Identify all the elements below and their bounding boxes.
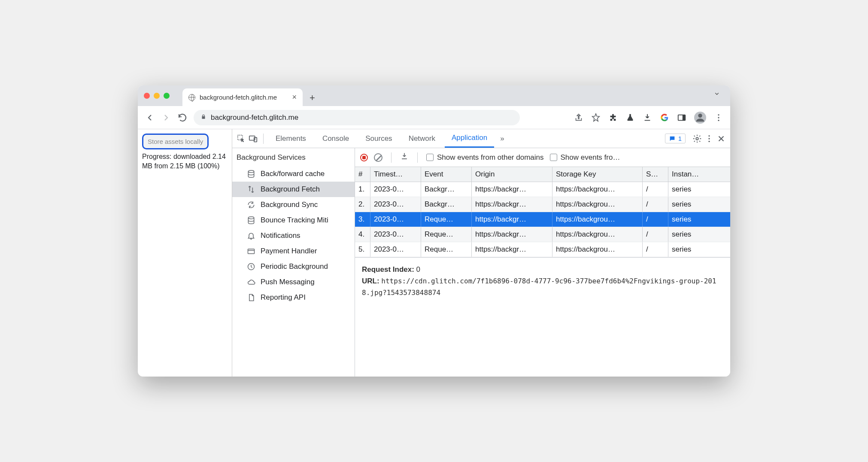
reload-button[interactable]: [177, 112, 188, 123]
col-storage-key[interactable]: Storage Key: [552, 167, 643, 182]
kebab-menu-icon[interactable]: [704, 134, 714, 143]
database-icon: [247, 170, 255, 178]
lock-icon: [200, 113, 206, 122]
table-row[interactable]: 1.2023-0…Backgr…https://backgr…https://b…: [355, 182, 730, 197]
table-row[interactable]: 5.2023-0…Reque…https://backgr…https://ba…: [355, 242, 730, 257]
svg-point-13: [248, 170, 254, 173]
tabs-overflow[interactable]: »: [497, 130, 507, 147]
sidebar-item[interactable]: Push Messaging: [232, 274, 355, 290]
devtools-panel: Elements Console Sources Network Applica…: [232, 129, 730, 377]
devtools-body: Background Services Back/forward cacheBa…: [232, 148, 730, 377]
browser-toolbar-icons: [574, 112, 723, 124]
inspect-icon[interactable]: [237, 134, 246, 143]
cell-scope: /: [643, 212, 668, 227]
show-events-other-domains-checkbox[interactable]: Show events from other domains: [426, 153, 544, 162]
clear-button[interactable]: [374, 153, 382, 162]
flask-icon[interactable]: [625, 113, 635, 122]
cell-event: Reque…: [421, 212, 472, 227]
sidebar-item-label: Notifications: [261, 231, 300, 240]
tab-sources[interactable]: Sources: [358, 130, 399, 147]
titlebar: background-fetch.glitch.me × +: [138, 85, 730, 106]
globe-icon: [188, 94, 195, 101]
sidebar-item[interactable]: Payment Handler: [232, 243, 355, 259]
tab-title: background-fetch.glitch.me: [200, 94, 277, 101]
new-tab-button[interactable]: +: [310, 92, 315, 106]
sidebar-item[interactable]: Background Sync: [232, 197, 355, 213]
cell-storage-key: https://backgrou…: [552, 197, 643, 212]
tab-network[interactable]: Network: [402, 130, 442, 147]
sidebar-item-label: Back/forward cache: [261, 170, 325, 178]
cell-storage-key: https://backgrou…: [552, 227, 643, 242]
bell-icon: [247, 231, 255, 240]
database-icon: [247, 216, 255, 225]
page-content: Store assets locally Progress: downloade…: [138, 129, 232, 377]
close-tab-button[interactable]: ×: [292, 93, 297, 102]
store-assets-button[interactable]: Store assets locally: [142, 134, 209, 149]
address-bar: background-fetch.glitch.me: [138, 106, 730, 129]
svg-point-2: [698, 113, 702, 117]
device-mode-icon[interactable]: [249, 134, 258, 143]
svg-point-3: [718, 114, 719, 115]
col-index[interactable]: #: [355, 167, 370, 182]
table-row[interactable]: 2.2023-0…Backgr…https://backgr…https://b…: [355, 197, 730, 212]
col-scope[interactable]: S…: [643, 167, 668, 182]
col-origin[interactable]: Origin: [472, 167, 552, 182]
save-events-icon[interactable]: [400, 152, 409, 163]
table-row[interactable]: 4.2023-0…Reque…https://backgr…https://ba…: [355, 227, 730, 242]
tab-application[interactable]: Application: [445, 129, 494, 148]
cell-instance: series: [668, 227, 730, 242]
close-devtools-icon[interactable]: [716, 134, 726, 143]
google-icon[interactable]: [660, 113, 669, 122]
extensions-icon[interactable]: [608, 113, 618, 122]
avatar[interactable]: [694, 112, 706, 124]
window-controls: [144, 93, 170, 99]
settings-icon[interactable]: [692, 134, 702, 143]
forward-button[interactable]: [161, 112, 171, 123]
bookmark-star-icon[interactable]: [591, 113, 601, 122]
show-events-checkbox-2[interactable]: Show events fro…: [550, 153, 620, 162]
col-timestamp[interactable]: Timest…: [370, 167, 421, 182]
tab-console[interactable]: Console: [316, 130, 356, 147]
sidebar-item[interactable]: Reporting API: [232, 290, 355, 305]
browser-tab[interactable]: background-fetch.glitch.me ×: [182, 88, 303, 106]
cell-index: 4.: [355, 227, 370, 242]
request-index-label: Request Index:: [362, 265, 414, 274]
cell-instance: series: [668, 212, 730, 227]
maximize-window-button[interactable]: [164, 93, 170, 99]
url-value: https://cdn.glitch.com/7f1b6896-078d-477…: [362, 277, 716, 297]
omnibox[interactable]: background-fetch.glitch.me: [194, 110, 520, 125]
url-label: URL:: [362, 277, 379, 285]
sidebar-item[interactable]: Bounce Tracking Miti: [232, 213, 355, 228]
cell-scope: /: [643, 197, 668, 212]
back-button[interactable]: [145, 112, 155, 123]
sidebar-item[interactable]: Notifications: [232, 228, 355, 243]
close-window-button[interactable]: [144, 93, 150, 99]
cell-storage-key: https://backgrou…: [552, 242, 643, 257]
sidebar-item[interactable]: Background Fetch: [232, 182, 355, 197]
checkbox-icon: [426, 154, 434, 161]
issues-count: 1: [678, 135, 682, 142]
event-details: Request Index: 0 URL: https://cdn.glitch…: [355, 257, 730, 305]
svg-point-14: [248, 217, 254, 219]
sidepanel-icon[interactable]: [677, 113, 686, 122]
tab-elements[interactable]: Elements: [269, 130, 313, 147]
cell-timestamp: 2023-0…: [370, 182, 421, 197]
events-table: # Timest… Event Origin Storage Key S… In…: [355, 167, 730, 257]
sidebar-item[interactable]: Back/forward cache: [232, 166, 355, 182]
cell-storage-key: https://backgrou…: [552, 182, 643, 197]
cell-storage-key: https://backgrou…: [552, 212, 643, 227]
checkbox-icon: [550, 154, 557, 161]
col-instance[interactable]: Instan…: [668, 167, 730, 182]
table-row[interactable]: 3.2023-0…Reque…https://backgr…https://ba…: [355, 212, 730, 227]
issues-badge[interactable]: 1: [665, 134, 686, 143]
download-icon[interactable]: [643, 113, 652, 122]
record-button[interactable]: [360, 154, 368, 161]
menu-button[interactable]: [714, 113, 723, 122]
url-text: background-fetch.glitch.me: [211, 113, 298, 122]
minimize-window-button[interactable]: [154, 93, 160, 99]
share-icon[interactable]: [574, 113, 583, 122]
sidebar-item[interactable]: Periodic Background: [232, 259, 355, 274]
cell-timestamp: 2023-0…: [370, 227, 421, 242]
chevron-down-icon[interactable]: [713, 90, 724, 102]
col-event[interactable]: Event: [421, 167, 472, 182]
